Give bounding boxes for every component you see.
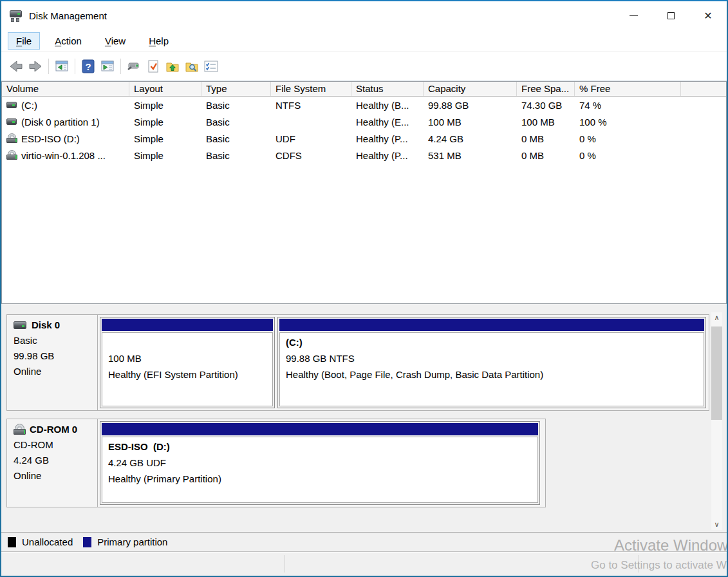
cell-text: ESD-ISO (D:): [21, 133, 80, 144]
volume-cell: 0 MB: [517, 150, 575, 161]
partition-size: 100 MB: [108, 350, 266, 366]
cell-text: (Disk 0 partition 1): [21, 117, 100, 128]
menu-item-help[interactable]: Help: [140, 32, 177, 50]
menu-item-view[interactable]: View: [97, 32, 134, 50]
volume-cell: 531 MB: [424, 150, 517, 161]
cell-text: Healthy (P...: [356, 150, 408, 161]
partition[interactable]: (C:)99.88 GB NTFSHealthy (Boot, Page Fil…: [277, 317, 706, 408]
volume-row[interactable]: ESD-ISO (D:)SimpleBasicUDFHealthy (P...4…: [2, 130, 726, 147]
maximize-button[interactable]: [652, 1, 689, 30]
column-header-layout[interactable]: Layout: [129, 82, 201, 96]
vertical-scrollbar[interactable]: ∧ ∨: [711, 312, 722, 530]
partitions: ESD-ISO (D:)4.24 GB UDFHealthy (Primary …: [98, 419, 545, 507]
forward-button[interactable]: [26, 57, 45, 76]
column-header-status[interactable]: Status: [351, 82, 424, 96]
cd-icon: [6, 151, 17, 160]
column-header-volume[interactable]: Volume: [2, 82, 129, 96]
legend-label: Unallocated: [22, 536, 73, 547]
cell-text: Basic: [206, 133, 230, 144]
partition-name: ESD-ISO (D:): [108, 439, 532, 455]
volume-cell: Healthy (E...: [351, 117, 424, 128]
partition-status: Healthy (EFI System Partition): [108, 366, 266, 383]
column-header--free[interactable]: % Free: [575, 82, 681, 96]
partition-color-bar: [102, 423, 538, 435]
partition-status: Healthy (Boot, Page File, Crash Dump, Ba…: [286, 366, 698, 383]
disk-name: CD-ROM 0: [14, 424, 95, 435]
scroll-up-button[interactable]: ∧: [711, 312, 722, 323]
volume-row[interactable]: (C:)SimpleBasicNTFSHealthy (B...99.88 GB…: [2, 97, 726, 113]
pane-splitter[interactable]: [1, 304, 727, 310]
disk-label[interactable]: CD-ROM 0CD-ROM4.24 GBOnline: [7, 419, 98, 507]
partition-color-bar: [279, 319, 704, 331]
show-action-pane-button[interactable]: [98, 57, 117, 76]
column-header-filler: [681, 82, 726, 96]
status-bar: [1, 551, 727, 576]
column-header-file-system[interactable]: File System: [271, 82, 351, 96]
folder-up-button[interactable]: [163, 57, 182, 76]
volume-row[interactable]: (Disk 0 partition 1)SimpleBasicHealthy (…: [2, 113, 726, 130]
volume-row[interactable]: virtio-win-0.1.208 ...SimpleBasicCDFSHea…: [2, 147, 726, 164]
scrollbar-thumb[interactable]: [711, 326, 722, 420]
cell-text: UDF: [275, 133, 295, 144]
column-header-type[interactable]: Type: [201, 82, 271, 96]
volume-cell: 100 MB: [517, 117, 575, 128]
disk-size: 99.98 GB: [14, 348, 95, 364]
close-button[interactable]: ✕: [689, 1, 727, 30]
volume-cell: 74 %: [575, 100, 681, 111]
volume-cell: Simple: [129, 150, 201, 161]
cell-text: 100 %: [579, 117, 607, 128]
volume-cell: Basic: [201, 100, 271, 111]
disk-type: CD-ROM: [14, 437, 95, 453]
legend-item: Unallocated: [8, 536, 73, 547]
folder-search-icon: [184, 59, 200, 73]
cd-icon: [6, 134, 17, 143]
close-icon: ✕: [704, 10, 712, 22]
cell-text: virtio-win-0.1.208 ...: [21, 150, 106, 161]
disk-label[interactable]: Disk 0Basic99.98 GBOnline: [7, 315, 98, 410]
menu-item-action[interactable]: Action: [46, 32, 90, 50]
volume-cell: Healthy (B...: [351, 100, 424, 111]
show-console-tree-button[interactable]: [52, 57, 71, 76]
window-title: Disk Management: [29, 10, 107, 21]
partition-size: 4.24 GB UDF: [108, 455, 532, 471]
column-header-capacity[interactable]: Capacity: [424, 82, 517, 96]
scroll-down-button[interactable]: ∨: [711, 519, 722, 530]
column-header-free-spa-[interactable]: Free Spa...: [517, 82, 575, 96]
folder-search-button[interactable]: [182, 57, 201, 76]
partition-name: [108, 334, 266, 350]
partitions: 100 MBHealthy (EFI System Partition)(C:)…: [98, 315, 709, 410]
disk-name: Disk 0: [14, 319, 95, 330]
svg-text:?: ?: [85, 61, 91, 72]
cell-text: 0 %: [579, 133, 596, 144]
legend-label: Primary partition: [97, 536, 167, 547]
properties-list-button[interactable]: [201, 57, 221, 76]
show-console-tree-icon: [54, 59, 70, 73]
partition-size: 99.88 GB NTFS: [286, 350, 698, 366]
volume-cell: Basic: [201, 150, 271, 161]
cell-text: 0 MB: [521, 150, 544, 161]
menu-item-file[interactable]: File: [8, 32, 40, 50]
partition[interactable]: 100 MBHealthy (EFI System Partition): [100, 317, 275, 408]
cell-text: Basic: [206, 150, 230, 161]
minimize-button[interactable]: [615, 1, 652, 30]
cell-text: Simple: [134, 117, 163, 128]
cell-text: 74 %: [579, 100, 601, 111]
volume-list-header: VolumeLayoutTypeFile SystemStatusCapacit…: [2, 82, 726, 97]
check-document-button[interactable]: [144, 57, 163, 76]
cell-text: Basic: [206, 117, 230, 128]
volume-cell: 0 %: [575, 133, 681, 144]
volume-cell: Simple: [129, 133, 201, 144]
disk-row-cd-rom-0: CD-ROM 0CD-ROM4.24 GBOnlineESD-ISO (D:)4…: [6, 419, 546, 507]
cell-text: 100 MB: [521, 117, 555, 128]
volume-cell: 0 MB: [517, 133, 575, 144]
partition-color-bar: [102, 319, 273, 331]
forward-icon: [28, 59, 43, 73]
folder-up-icon: [165, 59, 180, 73]
disk-device-button[interactable]: [124, 57, 144, 76]
partition[interactable]: ESD-ISO (D:)4.24 GB UDFHealthy (Primary …: [100, 421, 540, 505]
disk-name-text: Disk 0: [32, 319, 60, 330]
back-button[interactable]: [6, 57, 26, 76]
volume-cell: Basic: [201, 133, 271, 144]
hdd-icon: [14, 321, 26, 329]
help-button[interactable]: ?: [79, 57, 98, 76]
